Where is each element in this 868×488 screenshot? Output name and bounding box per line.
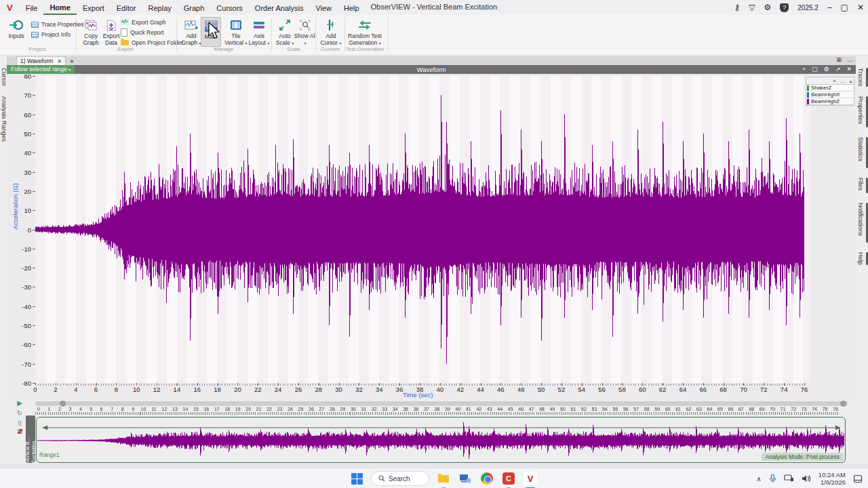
add-cursor-button[interactable]: Add Cursor ▾ — [319, 17, 343, 47]
overview-ruler-number: 69 — [757, 407, 768, 411]
overview-ruler-number: 33 — [379, 407, 390, 411]
remote-devices-icon[interactable] — [458, 471, 473, 486]
help-icon[interactable]: ? — [780, 3, 789, 12]
horizontal-scrollbar[interactable] — [35, 401, 848, 406]
x-tick-label: 26 — [289, 386, 308, 393]
menu-item-cursors[interactable]: Cursors — [210, 1, 249, 14]
quick-report-button[interactable]: Quick Report — [121, 28, 164, 37]
add-graph-button[interactable]: Add Graph ▾ — [179, 17, 203, 47]
y-tick-mark — [33, 191, 35, 192]
graph-expand-icon[interactable]: ↗ — [835, 65, 841, 74]
overview-ruler-number: 44 — [494, 407, 505, 411]
overview-source-tab[interactable]: Vertical B... Excitation — [26, 415, 35, 463]
scrollbar-knob-right[interactable] — [840, 401, 846, 407]
overview-ruler-number: 60 — [663, 407, 673, 411]
legend-item-beamhighx[interactable]: BeamHighX — [806, 92, 854, 98]
network-display-icon[interactable] — [784, 474, 794, 483]
x-tick-mark — [177, 383, 178, 386]
play-button[interactable]: ▶ — [17, 400, 22, 407]
taskbar-clock[interactable]: 10:24 AM 1/6/2026 — [818, 471, 846, 487]
inputs-button[interactable]: Inputs — [4, 17, 28, 47]
x-tick-mark — [663, 383, 663, 386]
overview-ruler-number: 70 — [767, 407, 778, 411]
graph-copy-icon[interactable]: ▢ — [812, 65, 818, 74]
export-data-button[interactable]: Export Data — [99, 17, 123, 47]
x-tick-mark — [683, 383, 684, 386]
x-tick-mark — [96, 383, 97, 386]
speaker-icon[interactable] — [802, 474, 811, 483]
more-options-icon[interactable]: … — [847, 56, 853, 63]
menu-item-editor[interactable]: Editor — [111, 1, 142, 14]
overview-ruler-number: 11 — [149, 407, 159, 411]
notifications-icon[interactable] — [853, 474, 863, 483]
marker-grid-icon[interactable] — [18, 429, 22, 434]
tab-waveform[interactable]: 1) Waveform ✕ — [16, 56, 66, 65]
filter-icon[interactable]: ▽ — [749, 3, 755, 12]
project-info-button[interactable]: Project Info — [31, 30, 71, 39]
legend-item-shakerz[interactable]: ShakerZ — [806, 85, 854, 92]
braces-icon[interactable]: {} — [18, 420, 21, 426]
menu-item-graph[interactable]: Graph — [178, 1, 211, 14]
overview-ruler-number: 5 — [85, 407, 96, 411]
menu-item-file[interactable]: File — [20, 1, 44, 14]
start-button[interactable] — [349, 471, 364, 486]
random-test-generation-button[interactable]: Random Test Generation ▾ — [347, 17, 382, 47]
menu-item-home[interactable]: Home — [43, 1, 77, 15]
panel-tab-traces[interactable]: Traces — [857, 68, 864, 86]
show-all-button[interactable]: Show All ▾ — [293, 17, 317, 47]
graph-add-icon[interactable]: + — [802, 65, 806, 74]
panel-tab-files[interactable]: Files — [857, 178, 864, 190]
project-info-icon — [31, 32, 39, 38]
taskbar-search[interactable]: Search — [371, 471, 429, 486]
title-bar: V FileHomeExportEditorReplayGraphCursors… — [0, 0, 868, 15]
panel-tab-statistics[interactable]: Statistics — [857, 137, 864, 161]
minimize-button[interactable]: – — [827, 3, 832, 12]
overview-ruler-number: 22 — [264, 407, 275, 411]
legend-item-beamhighz[interactable]: BeamHighZ — [806, 98, 854, 105]
maximize-button[interactable]: ▢ — [841, 3, 848, 12]
panel-tab-help[interactable]: Help — [857, 252, 864, 265]
y-tick-mark — [33, 364, 35, 365]
new-window-icon[interactable]: ⊞ — [836, 56, 842, 63]
trace-color-swatch — [807, 92, 809, 98]
axis-layout-button[interactable]: Axis Layout ▾ — [247, 17, 271, 47]
microphone-icon[interactable] — [769, 474, 776, 483]
menu-item-replay[interactable]: Replay — [142, 1, 178, 14]
legend-add-icon[interactable]: + — [833, 78, 836, 84]
y-tick-mark — [33, 230, 35, 230]
new-tab-button[interactable]: + — [70, 58, 74, 65]
panel-tab-notifications[interactable]: Notifications — [857, 203, 864, 236]
waveform-chart[interactable] — [35, 76, 804, 383]
overview-ruler-number: 42 — [473, 407, 484, 411]
graph-close-icon[interactable]: ✕ — [846, 65, 852, 74]
refresh-icon[interactable]: ↻ — [17, 410, 22, 417]
overview-ruler-number: 34 — [390, 407, 401, 411]
overview-ruler-number: 24 — [285, 407, 296, 411]
y-tick-mark — [33, 210, 35, 211]
panel-tab-properties[interactable]: Properties — [857, 96, 864, 124]
x-tick-label: 76 — [795, 386, 814, 393]
titlebar-controls: ⚷ ▽ ⚙ ? 2025.2 – ▢ ✕ — [734, 0, 864, 15]
export-graph-button[interactable]: Export Graph — [121, 18, 166, 27]
legend-collapse-icon[interactable]: ▴ — [850, 79, 852, 83]
tray-chevron-icon[interactable]: ∧ — [757, 475, 762, 483]
overview-ruler-number: 50 — [557, 407, 568, 411]
close-button[interactable]: ✕ — [857, 3, 864, 12]
legend-more-icon[interactable]: … — [840, 78, 846, 84]
scrollbar-knob-left[interactable] — [60, 401, 66, 407]
obserview-taskbar-icon[interactable]: V — [523, 471, 538, 486]
tile-vertical-button[interactable]: Tile Vertical ▾ — [224, 17, 248, 47]
settings-gear-icon[interactable]: ⚙ — [764, 3, 772, 12]
camtasia-icon[interactable]: C — [501, 471, 516, 486]
x-tick-mark — [420, 383, 420, 386]
graph-settings-icon[interactable]: ⚙ — [824, 65, 829, 74]
chrome-icon[interactable] — [479, 471, 494, 486]
file-explorer-icon[interactable] — [436, 471, 451, 486]
analysis-range-selection[interactable] — [36, 417, 846, 463]
tab-close-icon[interactable]: ✕ — [57, 58, 62, 64]
overview-ruler-number: 13 — [170, 407, 180, 411]
graph-header[interactable]: Waveform Follow selected range ▾ + ▢ ⚙ ↗… — [7, 65, 856, 74]
y-tick-label: 60 — [14, 111, 31, 119]
license-key-icon[interactable]: ⚷ — [734, 3, 741, 12]
menu-item-export[interactable]: Export — [77, 1, 111, 14]
